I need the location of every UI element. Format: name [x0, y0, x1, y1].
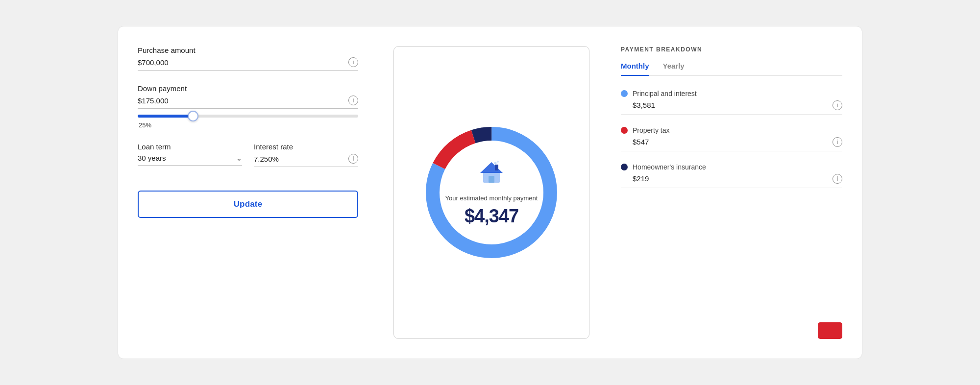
down-payment-info-icon[interactable]: i — [348, 96, 358, 105]
interest-rate-value: 7.250% — [254, 155, 279, 163]
interest-rate-info-icon[interactable]: i — [348, 154, 358, 164]
breakdown-item-tax: Property tax $547 i — [621, 126, 842, 151]
donut-label: Your estimated monthly payment — [442, 194, 540, 203]
breakdown-item-tax-header: Property tax — [621, 126, 842, 134]
slider-thumb[interactable] — [188, 111, 198, 121]
breakdown-item-principal-label: Principal and interest — [633, 90, 697, 97]
down-payment-slider-container: 25% — [138, 115, 358, 129]
dot-insurance — [621, 164, 628, 170]
svg-rect-1 — [489, 176, 494, 183]
slider-fill — [138, 115, 193, 118]
loan-term-value: 30 years — [138, 154, 166, 162]
breakdown-item-tax-value: $547 — [621, 138, 649, 146]
svg-marker-2 — [480, 162, 503, 173]
breakdown-item-tax-label: Property tax — [633, 126, 669, 134]
svg-rect-3 — [495, 165, 498, 170]
purchase-amount-label: Purchase amount — [138, 46, 358, 54]
tab-yearly[interactable]: Yearly — [663, 62, 685, 76]
chevron-down-icon: ⌄ — [236, 154, 242, 162]
dot-principal — [621, 90, 628, 97]
left-panel: Purchase amount $700,000 i Down payment … — [138, 46, 378, 339]
loan-term-select-row[interactable]: 30 years ⌄ — [138, 154, 242, 166]
slider-track — [138, 115, 358, 118]
update-button[interactable]: Update — [138, 191, 358, 218]
breakdown-item-insurance-header: Homeowner's insurance — [621, 163, 842, 171]
svg-point-4 — [494, 162, 497, 165]
bottom-row — [621, 317, 842, 339]
loan-interest-row: Loan term 30 years ⌄ Interest rate 7.250… — [138, 143, 358, 167]
interest-rate-row: 7.250% i — [254, 154, 358, 167]
down-payment-group: Down payment $175,000 i 25% — [138, 84, 358, 129]
tax-info-icon[interactable]: i — [833, 137, 842, 147]
breakdown-item-insurance-row: $219 i — [621, 174, 842, 188]
loan-term-label: Loan term — [138, 143, 242, 151]
breakdown-item-principal: Principal and interest $3,581 i — [621, 90, 842, 115]
slider-pct-label: 25% — [138, 121, 358, 129]
donut-amount: $4,347 — [442, 206, 540, 227]
breakdown-item-insurance-value: $219 — [621, 174, 649, 183]
breakdown-item-principal-value: $3,581 — [621, 101, 655, 109]
svg-point-5 — [497, 161, 499, 163]
dot-tax — [621, 127, 628, 134]
breakdown-item-principal-header: Principal and interest — [621, 90, 842, 97]
tab-monthly[interactable]: Monthly — [621, 62, 649, 76]
interest-rate-group: Interest rate 7.250% i — [254, 143, 358, 167]
purchase-amount-info-icon[interactable]: i — [348, 57, 358, 67]
purchase-amount-value: $700,000 — [138, 58, 169, 67]
down-payment-label: Down payment — [138, 84, 358, 93]
purchase-amount-group: Purchase amount $700,000 i — [138, 46, 358, 71]
purchase-amount-row: $700,000 i — [138, 57, 358, 71]
principal-info-icon[interactable]: i — [833, 100, 842, 110]
interest-rate-label: Interest rate — [254, 143, 358, 151]
breakdown-item-insurance-label: Homeowner's insurance — [633, 163, 706, 171]
down-payment-value: $175,000 — [138, 96, 169, 105]
mortgage-calculator-card: Purchase amount $700,000 i Down payment … — [118, 26, 862, 359]
insurance-info-icon[interactable]: i — [833, 174, 842, 184]
house-icon — [442, 158, 540, 191]
breakdown-item-tax-row: $547 i — [621, 137, 842, 151]
donut-center-content: Your estimated monthly payment $4,347 — [442, 158, 540, 227]
down-payment-row: $175,000 i — [138, 96, 358, 109]
breakdown-item-insurance: Homeowner's insurance $219 i — [621, 163, 842, 188]
tabs-row: Monthly Yearly — [621, 62, 842, 76]
red-action-button[interactable] — [818, 322, 842, 339]
right-panel: PAYMENT BREAKDOWN Monthly Yearly Princip… — [605, 46, 842, 339]
breakdown-item-principal-row: $3,581 i — [621, 100, 842, 115]
loan-term-group: Loan term 30 years ⌄ — [138, 143, 242, 167]
breakdown-title: PAYMENT BREAKDOWN — [621, 46, 842, 53]
center-panel: Your estimated monthly payment $4,347 — [393, 46, 589, 339]
donut-chart-wrapper: Your estimated monthly payment $4,347 — [416, 117, 567, 268]
